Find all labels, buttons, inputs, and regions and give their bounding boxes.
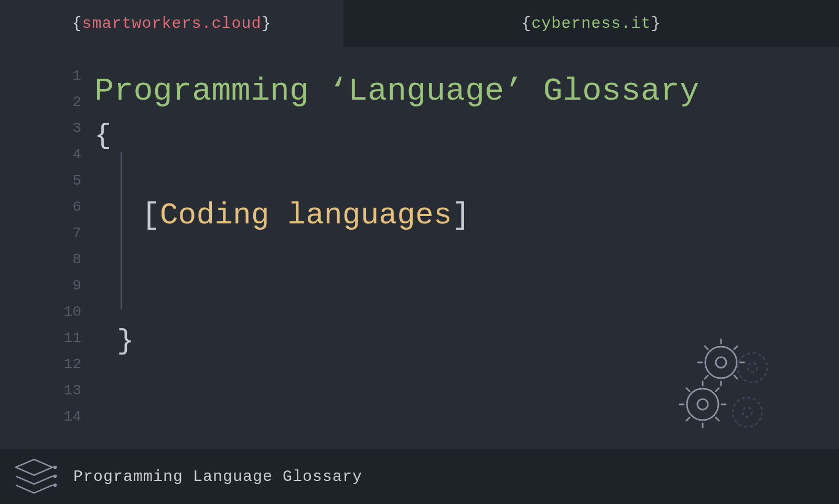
bracket-open: [ xyxy=(142,198,160,232)
svg-point-13 xyxy=(716,357,726,368)
line-number: 5 xyxy=(52,168,81,194)
svg-point-12 xyxy=(705,347,737,378)
tab-right-label: cyberness.it xyxy=(531,15,651,33)
line-number: 12 xyxy=(52,351,81,378)
svg-point-16 xyxy=(733,398,762,427)
line-number: 13 xyxy=(52,378,81,404)
line-number: 9 xyxy=(52,273,81,299)
indent-guide xyxy=(121,152,122,309)
footer-title: Programming Language Glossary xyxy=(73,468,362,486)
tab-bar: {smartworkers.cloud} {cyberness.it} xyxy=(0,0,839,47)
tab-left-label: smartworkers.cloud xyxy=(82,15,261,33)
svg-point-10 xyxy=(687,389,718,420)
line-number: 1 xyxy=(52,63,81,89)
brace-open-icon: { xyxy=(521,15,531,33)
brace-close-icon: } xyxy=(651,15,661,33)
tab-cyberness[interactable]: {cyberness.it} xyxy=(343,0,839,47)
close-brace: } xyxy=(117,325,134,357)
svg-point-11 xyxy=(697,399,708,410)
svg-point-14 xyxy=(738,353,767,382)
layers-icon xyxy=(10,457,58,496)
page-title: Programming ‘Language’ Glossary xyxy=(94,72,699,110)
line-number: 11 xyxy=(52,325,81,351)
line-number: 4 xyxy=(52,142,81,168)
line-number: 3 xyxy=(52,115,81,142)
line-number: 14 xyxy=(52,404,81,430)
svg-point-17 xyxy=(743,408,752,417)
line-number: 6 xyxy=(52,194,81,220)
svg-point-15 xyxy=(748,363,757,372)
open-brace: { xyxy=(94,120,111,152)
gears-icon xyxy=(666,331,787,436)
subtitle: [Coding languages] xyxy=(142,198,470,232)
brace-close-icon: } xyxy=(262,15,272,33)
footer-bar: Programming Language Glossary xyxy=(0,449,839,504)
bracket-close: ] xyxy=(452,198,470,232)
line-number: 8 xyxy=(52,246,81,273)
tab-smartworkers[interactable]: {smartworkers.cloud} xyxy=(0,0,343,47)
brace-open-icon: { xyxy=(72,15,82,33)
line-number: 2 xyxy=(52,89,81,115)
line-number: 10 xyxy=(52,299,81,325)
line-gutter: 1 2 3 4 5 6 7 8 9 10 11 12 13 14 xyxy=(52,63,92,430)
line-number: 7 xyxy=(52,220,81,246)
subtitle-text: Coding languages xyxy=(160,198,452,232)
